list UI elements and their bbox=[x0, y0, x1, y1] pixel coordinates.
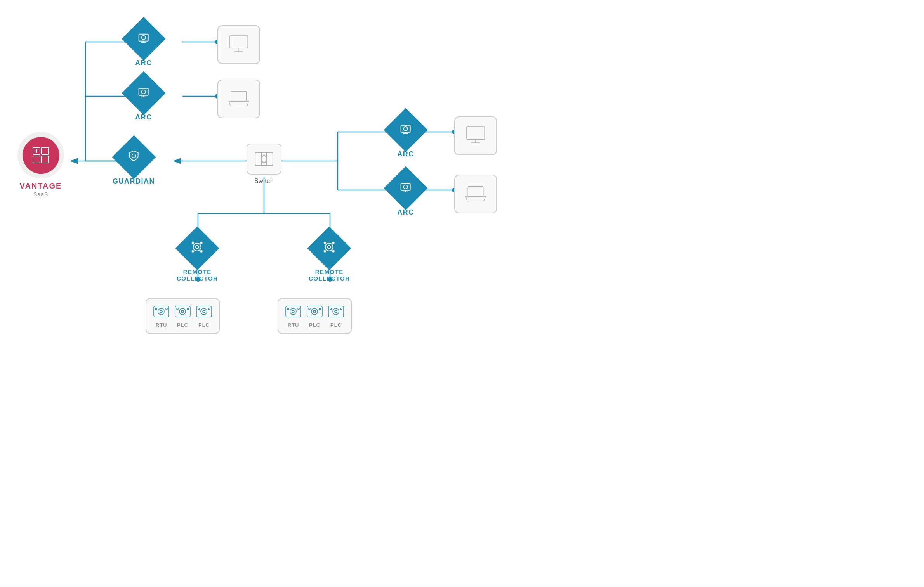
svg-point-61 bbox=[192, 242, 194, 244]
rc1-node: REMOTECOLLECTOR bbox=[177, 233, 218, 282]
svg-rect-25 bbox=[42, 147, 49, 154]
svg-point-98 bbox=[335, 310, 337, 313]
svg-rect-86 bbox=[286, 306, 301, 317]
svg-point-60 bbox=[196, 246, 199, 249]
svg-point-85 bbox=[208, 308, 210, 310]
svg-point-84 bbox=[198, 308, 200, 310]
svg-rect-42 bbox=[231, 91, 246, 101]
laptop2-box bbox=[454, 175, 497, 213]
svg-rect-96 bbox=[328, 306, 344, 317]
svg-point-34 bbox=[142, 36, 146, 40]
svg-point-64 bbox=[201, 251, 202, 252]
diagram-container: VANTAGE SaaS GUARDIAN bbox=[0, 0, 924, 587]
svg-rect-35 bbox=[230, 36, 248, 48]
monitor1-box bbox=[217, 25, 260, 64]
switch-node: Switch bbox=[247, 144, 281, 185]
guardian-node: GUARDIAN bbox=[113, 142, 155, 185]
svg-point-75 bbox=[166, 308, 167, 310]
svg-point-74 bbox=[155, 308, 157, 310]
plc2b-label: PLC bbox=[330, 322, 342, 328]
svg-point-90 bbox=[298, 308, 299, 310]
svg-point-93 bbox=[313, 310, 316, 313]
svg-point-68 bbox=[333, 242, 334, 244]
svg-rect-27 bbox=[42, 156, 49, 163]
svg-point-66 bbox=[328, 246, 331, 249]
rtuplc-group2: RTU PLC PL bbox=[278, 295, 352, 334]
rc2-node: REMOTECOLLECTOR bbox=[309, 233, 350, 282]
rtuplc-group1: RTU PLC PL bbox=[146, 295, 220, 334]
svg-point-89 bbox=[287, 308, 289, 310]
svg-point-67 bbox=[324, 242, 326, 244]
svg-point-79 bbox=[177, 308, 178, 310]
svg-point-63 bbox=[192, 251, 194, 252]
svg-point-30 bbox=[132, 154, 136, 158]
svg-point-69 bbox=[324, 251, 326, 252]
svg-point-57 bbox=[404, 185, 408, 189]
svg-rect-51 bbox=[467, 127, 485, 140]
svg-point-87 bbox=[290, 308, 296, 315]
svg-rect-81 bbox=[196, 306, 212, 317]
rc1-label: REMOTECOLLECTOR bbox=[177, 268, 218, 282]
rc2-label: REMOTECOLLECTOR bbox=[309, 268, 350, 282]
svg-rect-91 bbox=[307, 306, 322, 317]
svg-point-88 bbox=[292, 310, 294, 313]
svg-point-41 bbox=[142, 90, 146, 94]
vantage-sublabel: SaaS bbox=[33, 191, 48, 197]
arc3-node: ARC bbox=[390, 114, 421, 158]
rtu1-label: RTU bbox=[156, 322, 167, 328]
vantage-node: VANTAGE SaaS bbox=[17, 132, 64, 197]
svg-point-80 bbox=[187, 308, 189, 310]
svg-point-73 bbox=[160, 310, 162, 313]
svg-rect-71 bbox=[154, 306, 169, 317]
plc1b-label: PLC bbox=[198, 322, 210, 328]
svg-point-50 bbox=[404, 127, 408, 131]
laptop1-box bbox=[217, 80, 260, 118]
arc1-node: ARC bbox=[128, 23, 159, 67]
vantage-circle bbox=[17, 132, 64, 178]
monitor2-box bbox=[454, 116, 497, 155]
vantage-label: VANTAGE bbox=[20, 182, 62, 190]
svg-point-78 bbox=[181, 310, 184, 313]
svg-point-77 bbox=[179, 308, 186, 315]
arc4-node: ARC bbox=[390, 173, 421, 216]
svg-point-97 bbox=[333, 308, 339, 315]
svg-point-99 bbox=[330, 308, 332, 310]
svg-point-65 bbox=[325, 243, 333, 251]
svg-point-59 bbox=[193, 243, 201, 251]
plc2a-label: PLC bbox=[309, 322, 320, 328]
switch-label: Switch bbox=[254, 178, 274, 185]
svg-rect-76 bbox=[175, 306, 190, 317]
vantage-inner bbox=[23, 137, 59, 174]
svg-point-72 bbox=[158, 308, 164, 315]
svg-point-62 bbox=[201, 242, 202, 244]
svg-point-100 bbox=[340, 308, 342, 310]
switch-box bbox=[247, 144, 281, 175]
svg-point-95 bbox=[319, 308, 321, 310]
svg-rect-58 bbox=[468, 186, 483, 196]
arc2-node: ARC bbox=[128, 78, 159, 121]
svg-rect-26 bbox=[33, 156, 40, 163]
svg-point-94 bbox=[309, 308, 310, 310]
svg-point-92 bbox=[311, 308, 318, 315]
plc1a-label: PLC bbox=[177, 322, 188, 328]
svg-point-83 bbox=[203, 310, 205, 313]
rtu2-label: RTU bbox=[288, 322, 299, 328]
svg-point-70 bbox=[333, 251, 334, 252]
svg-point-82 bbox=[201, 308, 207, 315]
